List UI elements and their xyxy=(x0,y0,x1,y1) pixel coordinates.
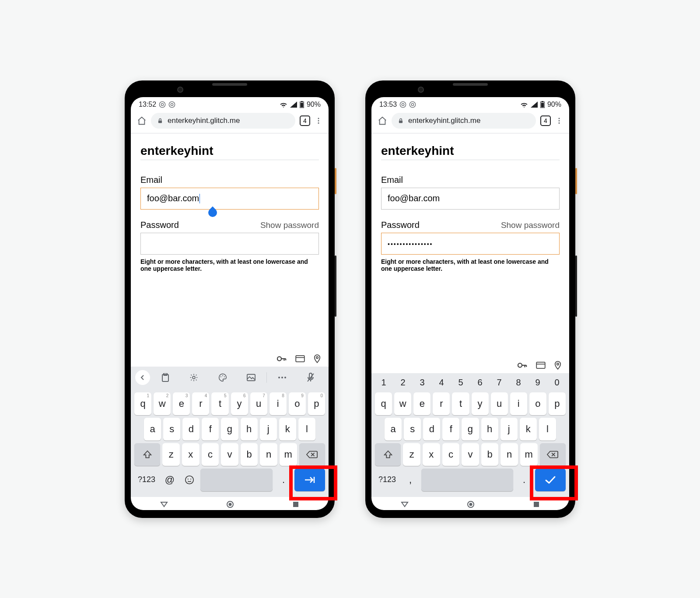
key-u[interactable]: u xyxy=(491,392,508,415)
key-w[interactable]: w2 xyxy=(154,392,171,415)
key-b[interactable]: b xyxy=(481,443,499,466)
key-q[interactable]: q1 xyxy=(134,392,151,415)
key-f[interactable]: f xyxy=(202,418,219,441)
shift-key[interactable] xyxy=(375,443,401,466)
key-l[interactable]: l xyxy=(298,418,315,441)
key-j[interactable]: j xyxy=(260,418,277,441)
show-password-link[interactable]: Show password xyxy=(501,220,560,230)
key-icon[interactable] xyxy=(518,361,527,370)
home-icon[interactable] xyxy=(378,116,387,126)
url-field[interactable]: enterkeyhint.glitch.me xyxy=(151,113,295,129)
card-icon[interactable] xyxy=(295,354,305,363)
key-u[interactable]: u7 xyxy=(250,392,267,415)
card-icon[interactable] xyxy=(536,361,546,370)
key-period[interactable]: . xyxy=(275,469,292,491)
key-h[interactable]: h xyxy=(241,418,258,441)
tab-switcher[interactable]: 4 xyxy=(300,115,310,126)
url-field[interactable]: enterkeyhint.glitch.me xyxy=(392,113,536,129)
key-b[interactable]: b xyxy=(241,443,258,466)
hide-toolbar-button[interactable] xyxy=(135,370,150,385)
key-icon[interactable] xyxy=(277,354,287,363)
key-6[interactable]: 6 xyxy=(470,378,490,388)
key-i[interactable]: i xyxy=(510,392,527,415)
key-o[interactable]: o xyxy=(529,392,546,415)
key-c[interactable]: c xyxy=(442,443,460,466)
key-v[interactable]: v xyxy=(221,443,238,466)
more-icon[interactable] xyxy=(315,117,322,125)
key-n[interactable]: n xyxy=(500,443,518,466)
key-s[interactable]: s xyxy=(404,418,421,441)
key-h[interactable]: h xyxy=(481,418,498,441)
key-8[interactable]: 8 xyxy=(509,378,528,388)
key-d[interactable]: d xyxy=(182,418,200,441)
key-f[interactable]: f xyxy=(442,418,459,441)
password-field[interactable]: ••••••••••••••• xyxy=(381,233,560,255)
show-password-link[interactable]: Show password xyxy=(260,220,319,230)
key-y[interactable]: y xyxy=(472,392,489,415)
email-field[interactable]: foo@bar.com xyxy=(140,188,319,210)
symbols-key[interactable]: ?123 xyxy=(375,469,399,491)
nav-back-icon[interactable] xyxy=(401,501,409,507)
key-m[interactable]: m xyxy=(280,443,297,466)
mic-off-icon[interactable] xyxy=(298,370,325,385)
shift-key[interactable] xyxy=(134,443,160,466)
key-t[interactable]: t5 xyxy=(211,392,228,415)
key-r[interactable]: r4 xyxy=(192,392,209,415)
space-key[interactable] xyxy=(200,469,273,491)
emoji-key[interactable] xyxy=(181,469,198,491)
key-3[interactable]: 3 xyxy=(413,378,432,388)
key-k[interactable]: k xyxy=(279,418,296,441)
location-icon[interactable] xyxy=(314,354,321,363)
key-g[interactable]: g xyxy=(221,418,238,441)
key-i[interactable]: i8 xyxy=(270,392,287,415)
location-icon[interactable] xyxy=(554,361,561,370)
key-9[interactable]: 9 xyxy=(528,378,547,388)
key-j[interactable]: j xyxy=(500,418,518,441)
key-0[interactable]: 0 xyxy=(547,378,567,388)
sticker-icon[interactable] xyxy=(238,370,265,385)
key-1[interactable]: 1 xyxy=(374,378,393,388)
clipboard-icon[interactable] xyxy=(152,370,179,385)
key-s[interactable]: s xyxy=(163,418,180,441)
key-x[interactable]: x xyxy=(182,443,200,466)
key-z[interactable]: z xyxy=(403,443,420,466)
key-w[interactable]: w xyxy=(394,392,411,415)
key-k[interactable]: k xyxy=(520,418,537,441)
key-n[interactable]: n xyxy=(260,443,277,466)
key-c[interactable]: c xyxy=(202,443,219,466)
symbols-key[interactable]: ?123 xyxy=(134,469,159,491)
more-icon[interactable] xyxy=(555,117,563,125)
enter-key[interactable] xyxy=(535,469,566,491)
key-at[interactable]: @ xyxy=(161,469,178,491)
key-z[interactable]: z xyxy=(162,443,180,466)
key-p[interactable]: p xyxy=(549,392,566,415)
key-e[interactable]: e xyxy=(413,392,430,415)
key-r[interactable]: r xyxy=(433,392,450,415)
key-g[interactable]: g xyxy=(462,418,479,441)
more-icon[interactable] xyxy=(269,370,296,385)
key-4[interactable]: 4 xyxy=(432,378,451,388)
key-t[interactable]: t xyxy=(452,392,469,415)
key-d[interactable]: d xyxy=(423,418,440,441)
key-y[interactable]: y6 xyxy=(231,392,248,415)
nav-recents-icon[interactable] xyxy=(292,501,299,508)
password-field[interactable] xyxy=(140,233,319,255)
space-key[interactable] xyxy=(421,469,513,491)
home-icon[interactable] xyxy=(137,116,147,126)
enter-key[interactable] xyxy=(294,469,325,491)
key-m[interactable]: m xyxy=(520,443,538,466)
key-l[interactable]: l xyxy=(539,418,556,441)
nav-recents-icon[interactable] xyxy=(533,501,540,508)
settings-icon[interactable] xyxy=(181,370,208,385)
key-7[interactable]: 7 xyxy=(490,378,509,388)
key-p[interactable]: p0 xyxy=(308,392,325,415)
nav-back-icon[interactable] xyxy=(160,501,168,507)
nav-home-icon[interactable] xyxy=(467,500,475,508)
key-a[interactable]: a xyxy=(385,418,402,441)
email-field[interactable]: foo@bar.com xyxy=(381,188,560,210)
key-comma[interactable]: , xyxy=(402,469,419,491)
key-period[interactable]: . xyxy=(515,469,533,491)
key-o[interactable]: o9 xyxy=(289,392,306,415)
key-x[interactable]: x xyxy=(423,443,440,466)
backspace-key[interactable] xyxy=(540,443,566,466)
